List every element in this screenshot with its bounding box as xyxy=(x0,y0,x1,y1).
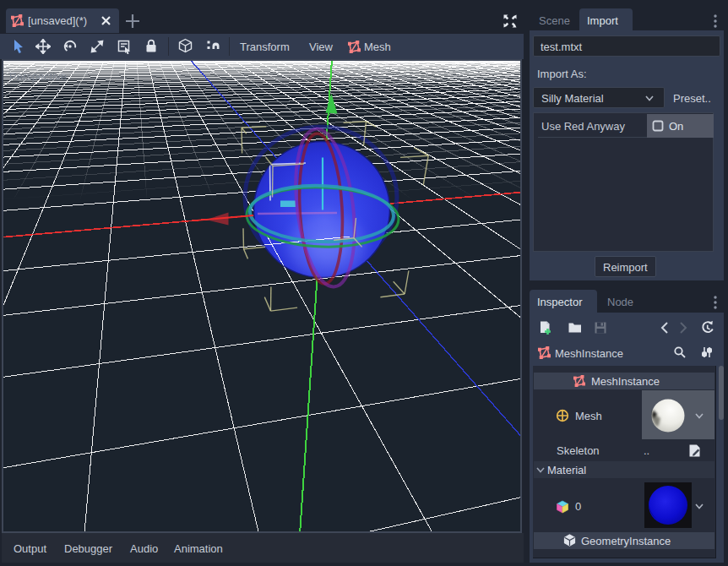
svg-text:Perspective: Perspective xyxy=(9,70,67,83)
